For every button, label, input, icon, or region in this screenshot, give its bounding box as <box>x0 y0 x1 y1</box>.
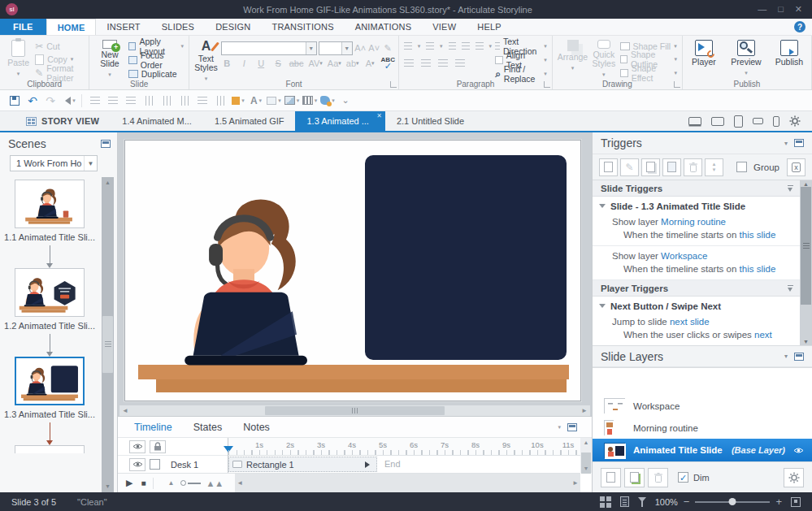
show-all-eye-button[interactable] <box>129 440 145 453</box>
slide-thumbnail-1-3-selected[interactable] <box>15 357 85 405</box>
reorder-trigger-button[interactable]: ▲▼ <box>705 158 723 176</box>
char-spacing-button[interactable]: AV▾ <box>308 58 322 69</box>
scenes-scrollbar-thumb[interactable] <box>102 316 113 373</box>
tab-timeline[interactable]: Timeline <box>134 422 172 433</box>
line-spacing-icon[interactable] <box>475 42 484 50</box>
triggers-scrollbar[interactable]: ▲ ▼ <box>800 180 812 345</box>
italic-button[interactable]: I <box>238 58 250 69</box>
insert-placeholder-button[interactable]: ▾ <box>266 93 282 109</box>
shrink-font-button[interactable]: A˅ <box>368 42 380 54</box>
new-trigger-button[interactable] <box>599 158 618 176</box>
bullets-icon[interactable] <box>404 42 412 50</box>
paste-button[interactable]: Paste▾ <box>5 38 32 79</box>
canvas-scrollbar-thumb[interactable] <box>265 406 444 415</box>
font-color-button[interactable]: A▾ <box>248 93 264 109</box>
zoom-slider-knob[interactable] <box>729 498 736 505</box>
tab-file[interactable]: FILE <box>0 19 46 35</box>
timeline-horizontal-scrollbar[interactable]: ◄► <box>235 474 580 492</box>
group-checkbox[interactable] <box>736 162 747 172</box>
tab-animations[interactable]: ANIMATIONS <box>345 19 423 35</box>
tablet-portrait-icon[interactable] <box>734 115 743 128</box>
layer-properties-button[interactable] <box>784 468 804 487</box>
spell-check-button[interactable]: ABC✓ <box>381 57 395 70</box>
zoom-out-timeline-icon[interactable]: ▲ <box>168 479 175 487</box>
timeline-dock-icon[interactable] <box>567 423 577 431</box>
tab-slide-2-1[interactable]: 2.1 Untitled Slide <box>385 111 475 131</box>
timeline-menu-icon[interactable]: ▾ <box>558 424 561 431</box>
underline-button[interactable]: U <box>255 58 267 69</box>
tab-design[interactable]: DESIGN <box>205 19 261 35</box>
align-bottom-button[interactable] <box>176 93 193 109</box>
slide-layers-dock-icon[interactable] <box>794 353 804 361</box>
player-settings-gear-icon[interactable] <box>789 115 801 127</box>
trigger-target-link[interactable]: next slide <box>670 317 710 327</box>
tab-states[interactable]: States <box>193 422 222 433</box>
scenes-dock-icon[interactable] <box>101 140 111 148</box>
feedback-icon[interactable] <box>638 497 646 506</box>
paste-trigger-button[interactable] <box>662 158 681 176</box>
trigger-action[interactable]: Jump to slide next slide <box>593 315 812 328</box>
fill-color-button[interactable]: ▾ <box>230 93 246 109</box>
triggers-scrollbar-thumb[interactable] <box>801 187 811 305</box>
slide-triggers-section[interactable]: Slide Triggers <box>593 180 812 197</box>
track-lock-checkbox[interactable] <box>150 459 160 470</box>
align-left-icon[interactable] <box>404 59 414 67</box>
new-layer-button[interactable] <box>601 468 621 487</box>
undo-button[interactable]: ↶ <box>24 93 41 109</box>
bold-button[interactable]: B <box>221 58 233 69</box>
tab-story-view[interactable]: STORY VIEW <box>15 111 111 131</box>
insert-video-button[interactable]: ▾ <box>302 93 318 109</box>
zoom-in-button[interactable]: + <box>775 498 782 506</box>
timeline-object-bar[interactable]: Rectangle 1 <box>228 457 377 472</box>
variables-button[interactable]: x <box>787 158 805 176</box>
help-icon[interactable]: ? <box>794 21 805 32</box>
stop-button[interactable]: ■ <box>141 479 145 487</box>
duplicate-layer-button[interactable] <box>624 468 645 487</box>
zoom-in-timeline-icon[interactable]: ▲▲ <box>206 479 224 488</box>
shape-effect-button[interactable]: Shape Effect▾ <box>620 67 678 79</box>
font-size-select[interactable]: ▼ <box>319 41 353 55</box>
align-middle-button[interactable] <box>158 93 175 109</box>
trigger-group-title[interactable]: Next Button / Swipe Next <box>593 297 812 315</box>
tab-slide-1-5[interactable]: 1.5 Animated GIF <box>203 111 296 131</box>
trigger-action[interactable]: Show layer Morning routine <box>593 215 812 228</box>
triggers-dock-icon[interactable] <box>794 139 804 147</box>
scroll-left-arrow[interactable]: ◄ <box>119 407 131 414</box>
canvas-horizontal-scrollbar[interactable]: ◄ ► <box>119 405 590 416</box>
slide-canvas[interactable] <box>124 140 581 401</box>
font-family-select[interactable]: ▼ <box>221 41 317 55</box>
player-button[interactable]: Player <box>688 38 720 79</box>
zoom-out-button[interactable]: − <box>684 498 690 506</box>
collapse-group-icon[interactable] <box>599 204 606 211</box>
more-tools-button[interactable]: ⌄ <box>337 93 354 109</box>
slide-thumbnail-1-2[interactable] <box>15 268 85 317</box>
insert-picture-button[interactable]: ▾ <box>284 93 300 109</box>
trigger-condition[interactable]: When the timeline starts on this slide <box>593 262 812 275</box>
maximize-button[interactable]: □ <box>778 4 784 15</box>
track-group-name[interactable]: Desk 1 <box>171 460 198 470</box>
distribute-vertical-button[interactable] <box>212 93 228 109</box>
layer-row-animated-title-slide[interactable]: Animated Title Slide (Base Layer) <box>593 439 812 461</box>
slide-layers-menu-icon[interactable]: ▾ <box>784 353 788 360</box>
collapse-section-icon[interactable] <box>787 285 794 292</box>
scenes-scrollbar[interactable]: ▲ ▼ <box>102 177 114 492</box>
align-right-icon[interactable] <box>438 59 448 67</box>
text-styles-button[interactable]: A Text Styles▾ <box>194 38 218 79</box>
increase-indent-icon[interactable] <box>462 42 470 50</box>
arrange-button[interactable]: Arrange▾ <box>558 38 588 79</box>
cut-button[interactable]: ✂Cut <box>35 41 84 52</box>
triggers-menu-icon[interactable]: ▾ <box>784 140 788 147</box>
slide-thumbnail-1-1[interactable] <box>15 180 85 228</box>
scene-selector[interactable]: 1 Work From Ho▼ <box>10 155 98 171</box>
delete-layer-button[interactable] <box>648 468 668 487</box>
trigger-action[interactable]: Show layer Workspace <box>593 249 812 262</box>
slide-view-toggle-icon[interactable] <box>620 496 629 507</box>
timeline-zoom-slider[interactable] <box>180 480 201 486</box>
tablet-landscape-icon[interactable] <box>711 117 724 126</box>
new-slide-button[interactable]: + New Slide▾ <box>94 38 124 79</box>
fit-to-window-icon[interactable] <box>791 497 801 507</box>
redo-button[interactable]: ↷ <box>42 93 59 109</box>
phone-landscape-icon[interactable] <box>753 118 763 124</box>
tab-notes[interactable]: Notes <box>243 422 270 433</box>
highlight-color-button[interactable]: ab▾ <box>346 58 359 69</box>
